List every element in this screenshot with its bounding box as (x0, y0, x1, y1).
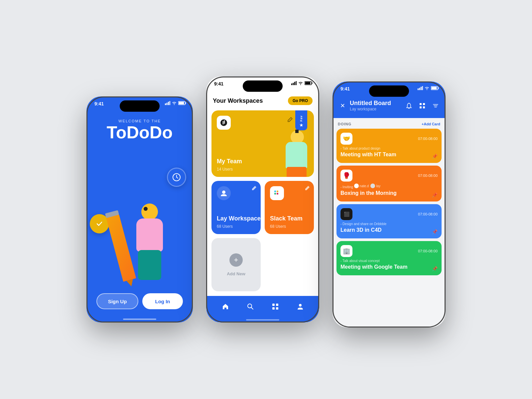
my-team-name: My Team (217, 158, 242, 165)
svg-rect-38 (423, 103, 425, 105)
my-team-users: 14 Users (217, 167, 233, 172)
task-icon-1: 🤝 (340, 133, 352, 145)
bell-icon (406, 103, 412, 109)
svg-rect-21 (277, 191, 278, 192)
task-title-3: Learn 3D in C4D (340, 227, 438, 233)
battery-icon (178, 101, 186, 105)
svg-line-24 (251, 308, 253, 309)
signal-icon-2 (291, 81, 297, 85)
person-legs (138, 250, 161, 280)
svg-rect-36 (432, 87, 437, 89)
workspace-card-lay[interactable]: Lay Workspace 68 Users (211, 181, 261, 234)
svg-rect-35 (438, 87, 439, 89)
svg-rect-19 (274, 191, 276, 192)
nav-search[interactable] (243, 299, 258, 314)
add-new-label: Add New (227, 271, 245, 276)
phone-welcome: 9:41 WELCOME TO THE ToDoDo (86, 96, 193, 323)
workspaces-title: Your Workspaces (213, 97, 263, 104)
nav-home[interactable] (218, 299, 233, 314)
svg-rect-25 (272, 304, 275, 306)
workspace-icon-my-team (217, 116, 231, 130)
pencil-icon (288, 117, 293, 122)
board-title-area: Untitled Board Lay workspace (347, 100, 404, 111)
workspaces-screen: 9:41 Your Workspaces Go PRO (206, 76, 319, 323)
wifi-icon-2 (298, 81, 303, 85)
task-title-2: Boxing in the Morning (340, 190, 438, 196)
svg-rect-20 (274, 193, 276, 195)
add-card-button[interactable]: +Add Card (422, 122, 440, 126)
phones-container: 9:41 WELCOME TO THE ToDoDo (86, 71, 446, 328)
person-figure (130, 203, 170, 283)
svg-rect-0 (165, 103, 166, 105)
task-card-top-4: 🏢 07:00-08:00 (340, 245, 438, 257)
svg-rect-22 (277, 193, 278, 195)
workspace-card-slack[interactable]: Slack Team 68 Users (265, 181, 314, 234)
svg-rect-40 (423, 106, 425, 108)
board-section-header: DOING +Add Card (336, 118, 442, 129)
status-time-1: 9:41 (94, 101, 104, 106)
task-time-3: 07:00-08:00 (418, 212, 438, 216)
pin-icon-my-team (287, 116, 294, 123)
svg-point-29 (299, 304, 302, 307)
profile-nav-icon (297, 303, 304, 310)
svg-rect-30 (418, 88, 419, 90)
slack-icon (273, 190, 281, 197)
task-pin-4: 📌 (432, 266, 438, 271)
bottom-nav (206, 296, 319, 323)
svg-rect-33 (422, 86, 423, 90)
filter-button[interactable] (431, 101, 440, 110)
task-title-4: Meeting with Google Team (340, 264, 438, 270)
board-screen: 9:41 ✕ Untitled Board Lay workspace (332, 81, 446, 328)
svg-rect-28 (276, 307, 278, 310)
task-time-1: 07:00-08:00 (418, 137, 438, 141)
task-card-1[interactable]: 🤝 07:00-08:00 - Talk about product desig… (336, 129, 442, 163)
search-nav-icon (247, 303, 254, 310)
phone-board: 9:41 ✕ Untitled Board Lay workspace (332, 81, 446, 328)
svg-rect-27 (272, 307, 275, 310)
task-card-3[interactable]: ⬛ 07:00-08:00 - Design and share on Drib… (336, 204, 442, 238)
task-time-2: 07:00-08:00 (418, 174, 438, 178)
go-pro-button[interactable]: Go PRO (288, 96, 313, 105)
nav-grid[interactable] (268, 299, 283, 314)
svg-rect-5 (186, 102, 186, 104)
edit-icon-slack (305, 186, 310, 192)
svg-rect-10 (291, 83, 292, 85)
workspaces-grid: Fav ★ My Team 14 Users (206, 110, 319, 291)
notification-button[interactable] (404, 101, 414, 110)
svg-rect-3 (170, 101, 171, 105)
home-indicator-1 (123, 319, 156, 320)
close-button[interactable]: ✕ (338, 101, 347, 110)
svg-rect-1 (167, 103, 168, 105)
lay-workspace-name: Lay Workspace (217, 215, 261, 222)
task-card-4[interactable]: 🏢 07:00-08:00 - Talk about visual concep… (336, 241, 442, 275)
slack-team-name: Slack Team (270, 215, 303, 222)
task-icon-2: 🥊 (340, 170, 352, 182)
welcome-screen: 9:41 WELCOME TO THE ToDoDo (86, 96, 193, 323)
pencil-icon-lay (252, 186, 257, 190)
board-title: Untitled Board (350, 100, 404, 107)
task-subtitle-3: - Design and share on Dribbble (340, 222, 438, 226)
task-time-4: 07:00-08:00 (418, 249, 438, 253)
svg-line-9 (177, 177, 178, 178)
wifi-icon (172, 101, 177, 105)
workspace-card-my-team[interactable]: Fav ★ My Team 14 Users (211, 110, 314, 177)
task-subtitle-2: - Inviting nate.d lay (340, 184, 438, 189)
workspace-icon-lay (217, 186, 231, 200)
nav-profile[interactable] (293, 299, 308, 314)
music-icon (220, 119, 228, 127)
person-torso (136, 218, 163, 252)
task-card-2[interactable]: 🥊 07:00-08:00 - Inviting nate.d lay Boxi… (336, 166, 442, 201)
home-indicator-2 (246, 319, 279, 321)
task-pin-3: 📌 (432, 229, 438, 234)
task-card-top-3: ⬛ 07:00-08:00 (340, 208, 438, 220)
board-header-icons (404, 101, 440, 110)
card-character (271, 124, 314, 177)
svg-point-17 (220, 119, 227, 126)
svg-rect-2 (168, 102, 169, 105)
pencil-icon-slack (305, 186, 310, 190)
person-head (141, 203, 158, 220)
grid-button[interactable] (418, 101, 427, 110)
workspace-card-add[interactable]: + Add New (211, 238, 261, 291)
svg-rect-39 (420, 106, 422, 108)
app-title: ToDoDo (107, 124, 173, 141)
